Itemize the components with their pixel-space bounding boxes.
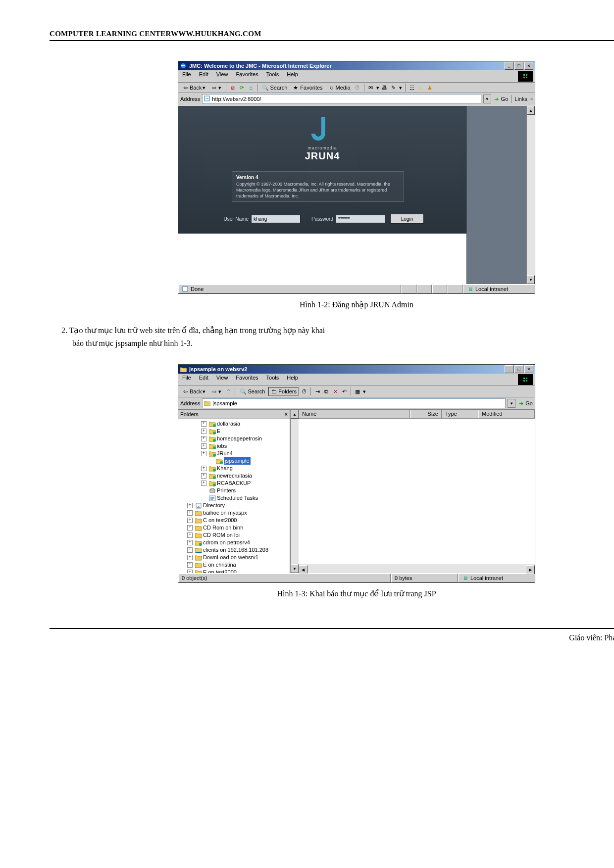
menu-view[interactable]: View: [214, 374, 230, 385]
research-icon[interactable]: ♟: [426, 84, 433, 91]
tree-item[interactable]: +newrecruitasia: [180, 472, 290, 480]
forward-button[interactable]: ⇨ ▾: [209, 387, 223, 395]
expand-icon[interactable]: +: [187, 503, 193, 508]
scroll-left-icon[interactable]: ◀: [299, 565, 307, 574]
delete-icon[interactable]: ✕: [332, 388, 339, 395]
tree-item[interactable]: +clients on 192.168.101.203: [180, 546, 290, 554]
menu-edit[interactable]: Edit: [197, 71, 210, 82]
history-icon[interactable]: ⏱: [354, 84, 361, 91]
scroll-track[interactable]: [307, 565, 526, 573]
address-dropdown[interactable]: ▼: [483, 95, 491, 103]
tree-item[interactable]: +Khang: [180, 465, 290, 472]
forward-button[interactable]: ⇨ ▾: [209, 84, 223, 92]
close-button[interactable]: ×: [524, 62, 533, 70]
scroll-track[interactable]: [291, 419, 299, 564]
vertical-scrollbar[interactable]: ▲ ▼: [526, 106, 535, 284]
expand-icon[interactable]: +: [187, 562, 193, 568]
maximize-button[interactable]: □: [514, 365, 523, 373]
expand-icon[interactable]: +: [201, 473, 206, 479]
expand-icon[interactable]: +: [201, 421, 206, 427]
expand-icon[interactable]: +: [187, 532, 193, 538]
expand-icon[interactable]: +: [201, 466, 206, 471]
tree-item[interactable]: +E: [180, 428, 290, 435]
history-icon[interactable]: ⏱: [301, 388, 307, 395]
go-button[interactable]: ➔Go: [493, 96, 509, 102]
address-dropdown[interactable]: ▼: [508, 399, 515, 408]
menu-edit[interactable]: Edit: [197, 374, 210, 385]
expand-icon[interactable]: +: [201, 436, 206, 441]
tree-item[interactable]: Printers: [180, 487, 290, 494]
tree-item[interactable]: +E on test2000: [180, 569, 290, 573]
expand-icon[interactable]: +: [187, 510, 193, 516]
username-input[interactable]: khang: [251, 215, 301, 223]
menu-file[interactable]: File: [180, 71, 193, 82]
tree-item[interactable]: +cdrom on petrosrv4: [180, 539, 290, 546]
menu-tools[interactable]: Tools: [264, 71, 281, 82]
expand-icon[interactable]: +: [201, 429, 206, 434]
menu-favorites[interactable]: Favorites: [234, 374, 260, 385]
menu-tools[interactable]: Tools: [264, 374, 281, 385]
col-name[interactable]: Name: [299, 410, 410, 418]
minimize-button[interactable]: _: [505, 365, 513, 373]
up-icon[interactable]: ⇧: [225, 388, 232, 395]
favorites-button[interactable]: ★Favorites: [291, 84, 324, 92]
edit-icon[interactable]: ✎: [390, 84, 397, 91]
col-size[interactable]: Size: [410, 410, 442, 418]
links-label[interactable]: Links: [514, 96, 527, 102]
discuss-icon[interactable]: ☷: [409, 84, 415, 91]
back-button[interactable]: ⇦ Back ▾: [180, 84, 207, 92]
tree-item[interactable]: +C on test2000: [180, 517, 290, 524]
home-icon[interactable]: ⌂: [247, 84, 254, 91]
scroll-track[interactable]: [527, 115, 535, 275]
expand-icon[interactable]: +: [187, 525, 193, 530]
views-icon[interactable]: ▦: [354, 388, 361, 395]
tree-item[interactable]: +CD ROM on loi: [180, 531, 290, 539]
scroll-up-icon[interactable]: ▲: [291, 410, 299, 419]
messenger-icon[interactable]: ☺: [417, 84, 424, 91]
tree-item[interactable]: +baihoc on myaspx: [180, 509, 290, 517]
close-pane-icon[interactable]: ×: [285, 411, 288, 417]
tree-item[interactable]: +RCABACKUP: [180, 480, 290, 487]
tree-item[interactable]: +homepagepetrosin: [180, 435, 290, 442]
expand-icon[interactable]: +: [187, 570, 193, 573]
media-button[interactable]: ♫Media: [326, 84, 352, 92]
expand-icon[interactable]: +: [201, 443, 206, 449]
tree-item[interactable]: +CD Rom on binh: [180, 524, 290, 531]
expand-icon[interactable]: +: [201, 481, 206, 486]
copy-icon[interactable]: ⧉: [323, 388, 330, 395]
tree-scrollbar[interactable]: ▲ ▼: [290, 410, 299, 573]
scroll-down-icon[interactable]: ▼: [291, 564, 299, 573]
tree-item[interactable]: +Directory: [180, 502, 290, 509]
col-type[interactable]: Type: [442, 410, 478, 418]
menu-file[interactable]: File: [180, 374, 193, 385]
minimize-button[interactable]: _: [505, 62, 513, 70]
links-chevron-icon[interactable]: »: [530, 96, 533, 101]
address-input[interactable]: http://websrv2:8000/: [202, 94, 481, 104]
tree-item[interactable]: +DownLoad on websrv1: [180, 554, 290, 561]
close-button[interactable]: ×: [524, 365, 533, 373]
back-button[interactable]: ⇦Back ▾: [180, 387, 207, 395]
search-button[interactable]: 🔍Search: [260, 84, 289, 92]
file-list[interactable]: [299, 419, 535, 565]
tree-item[interactable]: Scheduled Tasks: [180, 494, 290, 502]
menu-help[interactable]: Help: [285, 71, 300, 82]
address-input[interactable]: jspsample: [202, 398, 506, 408]
search-button[interactable]: 🔍Search: [238, 387, 266, 395]
password-input[interactable]: ******: [336, 215, 385, 223]
col-modified[interactable]: Modified: [478, 410, 535, 418]
expand-icon[interactable]: +: [187, 547, 193, 553]
maximize-button[interactable]: □: [514, 62, 523, 70]
menu-favorites[interactable]: Favorites: [234, 71, 260, 82]
scroll-down-icon[interactable]: ▼: [527, 275, 535, 284]
tree-item[interactable]: +dollarasia: [180, 420, 290, 428]
refresh-icon[interactable]: ⟳: [238, 84, 245, 91]
tree-item[interactable]: jspsample: [180, 457, 290, 465]
menu-view[interactable]: View: [214, 71, 230, 82]
expand-icon[interactable]: +: [187, 555, 193, 560]
expand-icon[interactable]: +: [201, 451, 206, 456]
mail-icon[interactable]: ✉: [367, 84, 374, 91]
menu-help[interactable]: Help: [285, 374, 300, 385]
undo-icon[interactable]: ↶: [341, 388, 348, 395]
stop-icon[interactable]: ⦻: [229, 84, 236, 91]
tree-item[interactable]: +E on christina: [180, 561, 290, 569]
